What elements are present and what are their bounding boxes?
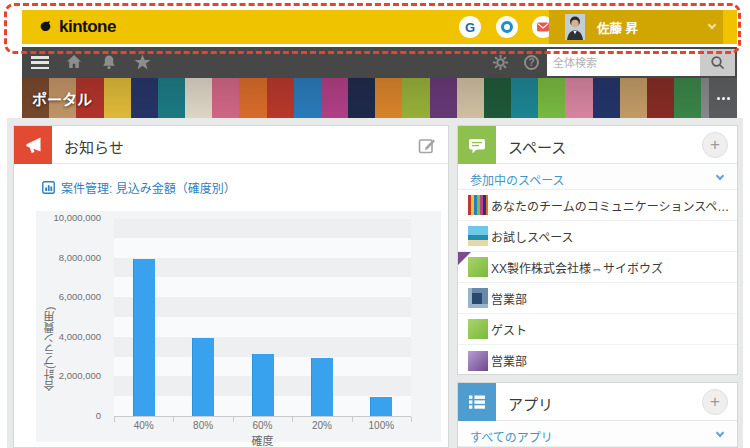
menu-icon[interactable] <box>31 56 49 72</box>
bar[interactable] <box>370 397 392 416</box>
office-ring-icon <box>501 21 513 33</box>
joined-spaces-filter[interactable]: 参加中のスペース <box>458 164 737 190</box>
space-thumbnail <box>468 226 488 246</box>
app-list-icon <box>458 383 496 421</box>
apps-header: アプリ + <box>458 383 737 421</box>
space-name: 営業部 <box>491 352 527 369</box>
kintone-bird-icon <box>38 20 55 35</box>
space-thumbnail <box>468 351 488 371</box>
x-tick-label: 40% <box>114 420 173 431</box>
announcement-title: お知らせ <box>64 136 124 157</box>
megaphone-icon <box>14 126 52 164</box>
apps-title: アプリ <box>508 393 553 414</box>
space-bubble-icon <box>458 126 496 164</box>
joined-spaces-label: 参加中のスペース <box>470 171 565 188</box>
ellipsis-icon <box>717 97 720 100</box>
avatar <box>565 14 585 40</box>
kintone-logo[interactable]: kintone <box>38 17 116 37</box>
report-link: 案件管理: 見込み金額（確度別） <box>61 179 236 196</box>
space-name: ゲスト <box>491 321 527 338</box>
bar[interactable] <box>192 338 214 416</box>
star-icon[interactable] <box>134 54 151 70</box>
bar[interactable] <box>252 354 274 416</box>
logo-text: kintone <box>59 17 116 37</box>
space-list-item[interactable]: XX製作株式会社様⇔サイボウズ <box>458 252 737 283</box>
all-apps-label: すべてのアプリ <box>470 428 553 445</box>
search-input[interactable] <box>547 49 700 76</box>
y-tick-label: 0 <box>96 410 101 421</box>
search-icon <box>710 55 725 70</box>
announcement-header: お知らせ <box>14 126 448 164</box>
space-name: XX製作株式会社様⇔サイボウズ <box>491 259 663 276</box>
space-name: お試しスペース <box>491 228 574 245</box>
add-space-button[interactable]: + <box>702 132 728 158</box>
bell-icon[interactable] <box>101 54 117 70</box>
home-icon[interactable] <box>66 54 82 69</box>
spaces-title: スペース <box>508 136 566 157</box>
spaces-panel: スペース + 参加中のスペース あなたのチームのコミュニケーションスペース お試… <box>457 125 738 375</box>
user-name: 佐藤 昇 <box>597 18 638 37</box>
space-list-item[interactable]: 営業部 <box>458 345 737 376</box>
global-nav: ? <box>22 47 737 78</box>
space-thumbnail <box>468 195 488 215</box>
guest-space-ribbon <box>458 252 471 265</box>
add-app-button[interactable]: + <box>702 389 728 415</box>
bar[interactable] <box>133 259 155 416</box>
edit-button[interactable] <box>418 136 436 158</box>
y-tick-label: 8,000,000 <box>59 252 101 263</box>
x-tick-label: 100% <box>352 420 411 431</box>
chart-x-labels: 40%80%60%20%100% <box>114 420 411 431</box>
y-tick-label: 4,000,000 <box>59 331 101 342</box>
report-link-row[interactable]: 案件管理: 見込み金額（確度別） <box>42 179 236 196</box>
announcement-panel: お知らせ 案件管理: 見込み金額（確度別） 合計(プラン費用) 02,000,0… <box>13 125 449 448</box>
spaces-header: スペース + <box>458 126 737 164</box>
space-thumbnail <box>468 288 488 308</box>
space-list-item[interactable]: 営業部 <box>458 283 737 314</box>
user-menu[interactable]: 佐藤 昇 <box>549 10 723 44</box>
chart-x-axis-title: 確度 <box>114 432 411 448</box>
page-title: ポータル <box>32 88 92 109</box>
more-options-button[interactable] <box>709 78 737 118</box>
chart-report-icon <box>42 181 55 194</box>
y-tick-label: 10,000,000 <box>53 212 101 223</box>
compose-icon <box>418 136 436 154</box>
space-list-item[interactable]: お試しスペース <box>458 221 737 252</box>
bar-chart: 合計(プラン費用) 02,000,0004,000,0006,000,0008,… <box>36 211 441 442</box>
all-apps-filter[interactable]: すべてのアプリ <box>458 421 737 447</box>
y-tick-label: 2,000,000 <box>59 370 101 381</box>
space-list-item[interactable]: あなたのチームのコミュニケーションスペース <box>458 190 737 221</box>
app-header: kintone G 佐藤 昇 <box>22 10 737 44</box>
help-icon[interactable]: ? <box>524 55 539 70</box>
gear-icon[interactable] <box>492 54 509 71</box>
space-name: 営業部 <box>491 290 527 307</box>
chevron-down-icon <box>716 172 724 180</box>
chart-plot <box>114 219 411 417</box>
bar[interactable] <box>311 358 333 416</box>
cover-image: ポータル <box>22 78 737 118</box>
space-thumbnail <box>468 319 488 339</box>
space-name: あなたのチームのコミュニケーションスペース <box>491 197 737 214</box>
space-list: あなたのチームのコミュニケーションスペース お試しスペース XX製作株式会社様⇔… <box>458 190 737 376</box>
x-tick-label: 60% <box>233 420 292 431</box>
y-tick-label: 6,000,000 <box>59 291 101 302</box>
space-thumbnail <box>468 257 488 277</box>
chevron-down-icon <box>708 21 716 29</box>
x-tick-label: 80% <box>173 420 232 431</box>
search-button[interactable] <box>700 49 735 76</box>
chevron-down-icon <box>716 429 724 437</box>
office-service-icon[interactable] <box>496 16 518 38</box>
garoon-service-icon[interactable]: G <box>459 16 481 38</box>
envelope-icon <box>536 21 550 33</box>
chart-y-axis: 02,000,0004,000,0006,000,0008,000,00010,… <box>36 219 106 417</box>
x-tick-label: 20% <box>292 420 351 431</box>
apps-panel: アプリ + すべてのアプリ <box>457 382 738 448</box>
space-list-item[interactable]: ゲスト <box>458 314 737 345</box>
